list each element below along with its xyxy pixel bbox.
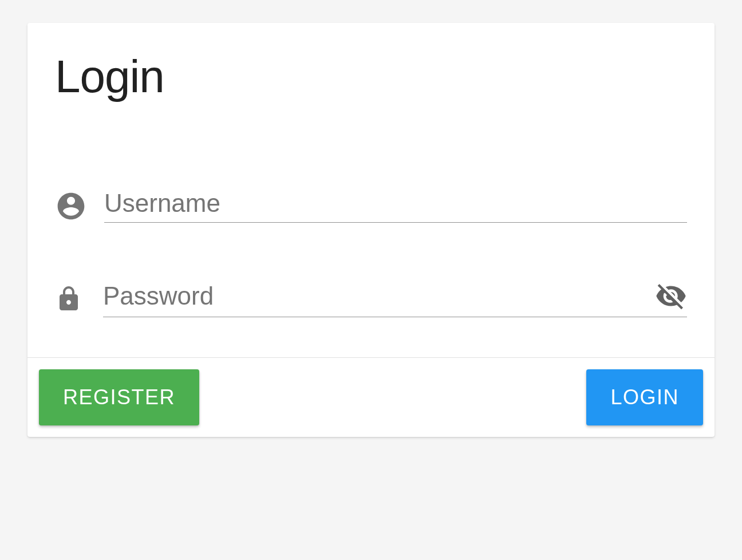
card-actions: Register Login	[27, 357, 715, 437]
password-field	[55, 280, 687, 317]
password-input[interactable]	[103, 282, 648, 310]
login-button[interactable]: Login	[586, 369, 703, 425]
username-field	[55, 189, 687, 223]
username-input[interactable]	[104, 189, 687, 218]
card-content: Login	[27, 23, 715, 357]
card-title: Login	[55, 50, 687, 103]
username-input-wrapper	[104, 189, 687, 223]
visibility-off-icon[interactable]	[655, 280, 687, 312]
account-icon	[55, 190, 87, 222]
lock-icon	[55, 282, 82, 316]
login-card: Login Register Login	[27, 23, 715, 437]
register-button[interactable]: Register	[39, 369, 199, 425]
password-input-wrapper	[103, 280, 687, 317]
